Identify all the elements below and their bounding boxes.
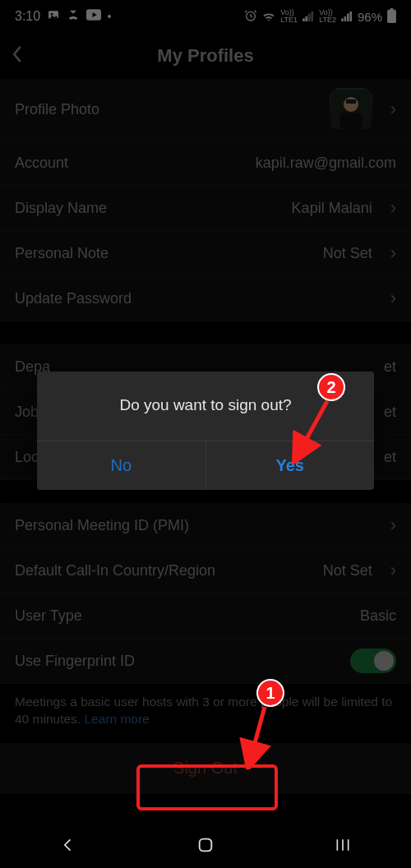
android-navbar [0,825,411,868]
svg-rect-10 [200,839,212,852]
signout-dialog: Do you want to sign out? No Yes [37,372,374,490]
dialog-message: Do you want to sign out? [37,372,374,441]
nav-home-button[interactable] [196,836,215,857]
dialog-no-button[interactable]: No [37,441,206,490]
nav-back-button[interactable] [60,837,76,856]
dialog-yes-button[interactable]: Yes [206,441,375,490]
nav-recents-button[interactable] [335,838,351,856]
dialog-backdrop: Do you want to sign out? No Yes [0,0,411,868]
